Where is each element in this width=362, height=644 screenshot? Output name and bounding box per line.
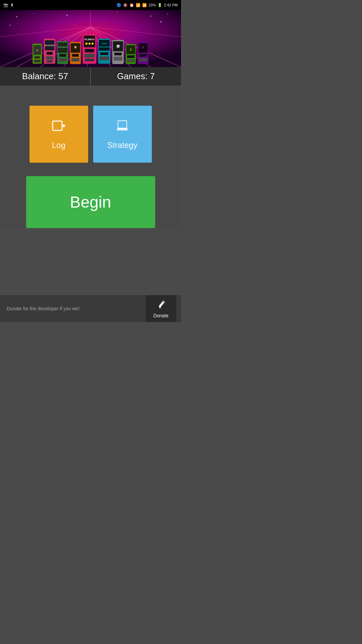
svg-rect-86 <box>117 129 128 130</box>
donate-message: Donate for the developer if you win' <box>7 306 80 311</box>
svg-rect-45 <box>71 58 79 61</box>
slot-machines-display: 9 BONKER shell game 🎰 <box>32 34 149 67</box>
games-display: Games: 7 <box>91 67 181 86</box>
slot-machine-3: shell game <box>57 39 69 65</box>
svg-text:7: 7 <box>142 46 144 49</box>
svg-point-18 <box>167 14 168 14</box>
battery-icon: 🔋 <box>158 3 162 7</box>
wifi-icon: 📶 <box>136 3 140 7</box>
svg-rect-38 <box>59 54 66 57</box>
slot-machine-4: 🎰 <box>69 39 81 65</box>
svg-rect-58 <box>99 40 109 50</box>
svg-text:CRACKERS: CRACKERS <box>99 46 110 48</box>
download-icon: ⬇ <box>10 3 14 7</box>
svg-rect-67 <box>114 53 122 55</box>
svg-rect-74 <box>127 59 135 62</box>
svg-text:BONKER: BONKER <box>45 44 55 47</box>
slot-machine-1: 9 <box>32 40 43 65</box>
svg-rect-32 <box>46 56 53 60</box>
banner: 9 BONKER shell game 🎰 <box>0 10 181 67</box>
svg-rect-55 <box>85 59 94 61</box>
donate-icon <box>156 299 166 311</box>
svg-point-17 <box>150 16 152 17</box>
alarm-icon: ⏰ <box>129 3 134 7</box>
svg-point-51 <box>88 43 90 45</box>
clock: 2:42 PM <box>164 3 178 7</box>
log-button[interactable]: Log <box>29 106 88 163</box>
mute-icon: 🔇 <box>123 3 128 7</box>
svg-rect-61 <box>100 52 108 55</box>
slot-machine-6: SAFE CRACKERS <box>98 37 111 65</box>
svg-point-15 <box>67 15 68 16</box>
begin-button[interactable]: Begin <box>26 176 155 228</box>
svg-rect-25 <box>35 56 40 58</box>
svg-point-19 <box>160 21 162 22</box>
svg-rect-39 <box>59 58 67 61</box>
camera-icon: 📷 <box>3 3 8 7</box>
svg-rect-31 <box>47 52 53 55</box>
donate-label: Donate <box>153 313 168 318</box>
svg-rect-68 <box>114 57 122 61</box>
status-right-info: 🔵 🔇 ⏰ 📶 📶 23% 🔋 2:42 PM <box>117 3 178 7</box>
action-buttons-row: Log Strategy <box>29 106 152 163</box>
slot-machine-plinko: PLINKO <box>82 34 97 65</box>
svg-point-14 <box>33 13 34 14</box>
strategy-button[interactable]: Strategy <box>93 106 152 163</box>
svg-rect-48 <box>84 36 95 47</box>
slot-machine-7: 🎲 <box>112 38 124 65</box>
status-bar: 📷 ⬇ 🔵 🔇 ⏰ 📶 📶 23% 🔋 2:42 PM <box>0 0 181 10</box>
main-content: Log Strategy Begin <box>0 86 181 228</box>
log-label: Log <box>52 141 65 150</box>
svg-text:9: 9 <box>36 49 38 52</box>
svg-rect-87 <box>118 120 118 128</box>
svg-point-52 <box>92 43 94 45</box>
strategy-icon <box>115 118 130 137</box>
svg-rect-81 <box>53 121 62 130</box>
svg-rect-33 <box>47 60 53 62</box>
balance-display: Balance: 57 <box>0 67 91 86</box>
svg-text:SAFE: SAFE <box>102 43 107 45</box>
svg-point-20 <box>10 25 11 26</box>
bluetooth-icon: 🔵 <box>117 3 121 7</box>
bottom-bar: Donate for the developer if you win' Don… <box>0 295 181 322</box>
svg-rect-79 <box>139 54 147 57</box>
slot-machine-8: $ <box>125 41 136 65</box>
svg-rect-54 <box>84 54 95 58</box>
slot-machine-2: BONKER <box>43 37 56 65</box>
svg-text:shell game: shell game <box>58 46 68 48</box>
donate-button[interactable]: Donate <box>146 295 176 322</box>
strategy-label: Strategy <box>107 141 137 150</box>
svg-rect-53 <box>85 49 94 52</box>
svg-text:$: $ <box>130 48 131 51</box>
svg-text:🎰: 🎰 <box>74 46 77 49</box>
svg-point-50 <box>85 43 87 45</box>
svg-point-13 <box>16 16 17 17</box>
balance-bar: Balance: 57 Games: 7 <box>0 67 181 86</box>
svg-point-16 <box>117 12 118 13</box>
slot-machine-9: 7 <box>137 40 149 65</box>
svg-text:PLINKO: PLINKO <box>84 38 95 41</box>
svg-rect-62 <box>100 56 109 60</box>
svg-rect-80 <box>139 58 147 61</box>
svg-text:🎲: 🎲 <box>116 44 120 48</box>
signal-icon: 📶 <box>142 3 147 7</box>
svg-rect-73 <box>127 55 134 58</box>
battery-percent: 23% <box>148 3 156 7</box>
svg-rect-26 <box>34 60 41 62</box>
log-icon <box>51 118 66 137</box>
svg-rect-44 <box>72 54 79 57</box>
status-left-icons: 📷 ⬇ <box>3 3 14 7</box>
